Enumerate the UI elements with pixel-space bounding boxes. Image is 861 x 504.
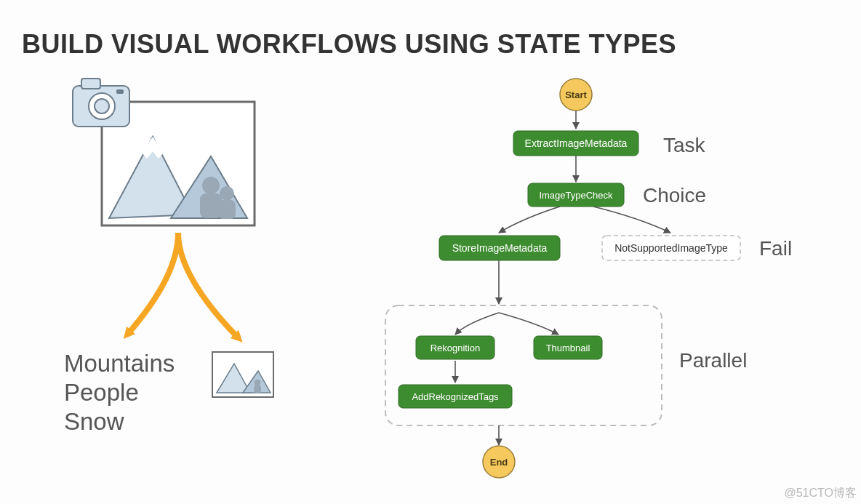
svg-text:Thumbnail: Thumbnail — [546, 343, 590, 353]
node-store: StoreImageMetadata — [439, 236, 560, 260]
svg-text:AddRekognizedTags: AddRekognizedTags — [412, 391, 499, 402]
annot-fail: Fail — [759, 237, 792, 260]
node-thumbnail: Thumbnail — [534, 336, 602, 359]
end-node: End — [483, 446, 515, 478]
svg-text:StoreImageMetadata: StoreImageMetadata — [452, 242, 548, 254]
node-rekognition: Rekognition — [416, 336, 494, 359]
node-extract: ExtractImageMetadata — [513, 131, 638, 156]
annot-task: Task — [663, 134, 705, 157]
svg-text:ImageTypeCheck: ImageTypeCheck — [539, 190, 613, 201]
svg-text:End: End — [490, 457, 508, 468]
svg-text:ExtractImageMetadata: ExtractImageMetadata — [525, 137, 628, 149]
node-check: ImageTypeCheck — [528, 183, 624, 207]
annot-parallel: Parallel — [679, 349, 747, 372]
svg-text:Start: Start — [565, 89, 587, 100]
node-fail: NotSupportedImageType — [602, 236, 740, 260]
watermark: @51CTO博客 — [784, 486, 857, 501]
slide: { "title": "BUILD VISUAL WORKFLOWS USING… — [0, 0, 861, 504]
annot-choice: Choice — [643, 184, 706, 207]
start-node: Start — [560, 79, 592, 111]
svg-text:Rekognition: Rekognition — [430, 343, 481, 353]
flowchart: Start End ExtractImageMetadata ImageType… — [0, 0, 861, 504]
svg-text:NotSupportedImageType: NotSupportedImageType — [614, 242, 728, 254]
node-add-tags: AddRekognizedTags — [399, 385, 512, 408]
